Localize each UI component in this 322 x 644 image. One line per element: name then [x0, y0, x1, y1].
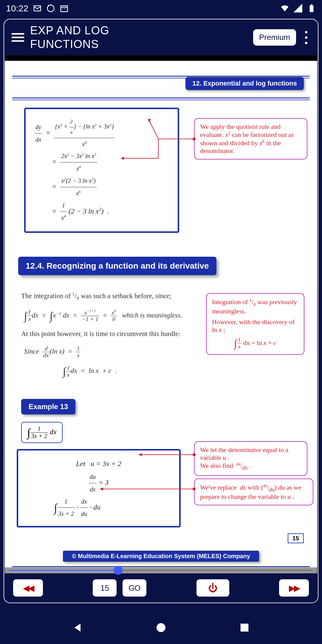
wifi-icon [280, 4, 289, 13]
derivation-box: dydx = {x3 × 2x} − {ln x2 × 3x2}x6 = 2x2… [24, 108, 179, 233]
svg-rect-9 [241, 624, 249, 632]
app-frame: EXP AND LOG FUNCTIONS Premium 12. Expone… [4, 19, 318, 603]
next-button[interactable]: ▶▶ [279, 579, 309, 597]
power-button[interactable]: ⏻ [196, 579, 229, 597]
page-number: 15 [288, 533, 304, 543]
calendar-icon [60, 4, 69, 13]
status-bar: 10:22 [0, 0, 322, 16]
svg-rect-3 [310, 5, 314, 12]
problem-box: ∫13x + 2 dx [21, 422, 63, 443]
app-header: EXP AND LOG FUNCTIONS Premium [4, 19, 318, 55]
app-title: EXP AND LOG FUNCTIONS [30, 24, 247, 51]
annotation-quotient-rule: We apply the quotient rule and evaluate.… [194, 118, 307, 160]
status-time: 10:22 [6, 3, 28, 13]
page-input[interactable]: 15 [93, 579, 117, 597]
recent-button[interactable] [239, 622, 250, 634]
more-button[interactable] [302, 31, 310, 44]
copyright: © Multimedia E-Learning Education System… [63, 551, 259, 562]
bottom-nav: ◀◀ 15 GO ⏻ ▶▶ [4, 573, 318, 603]
go-button[interactable]: GO [123, 579, 146, 597]
chapter-tag: 12. Exponential and log functions [185, 77, 304, 90]
annotation-substitution: We let the denominator equal to a variab… [194, 441, 307, 476]
svg-rect-4 [311, 4, 312, 5]
battery-icon [307, 4, 316, 13]
solution-box: Let u = 3x + 2 dudx = 3 ∫13x + 2 · dxdu … [17, 449, 181, 527]
svg-point-1 [47, 5, 54, 12]
sync-icon [46, 4, 55, 13]
integral-result: ∫1xdx = ln x + c . [63, 365, 298, 378]
annotation-integration: Integration of 1/x was previously meanin… [206, 293, 304, 355]
svg-point-8 [157, 623, 165, 632]
svg-rect-2 [61, 6, 68, 12]
menu-button[interactable] [12, 33, 24, 42]
premium-button[interactable]: Premium [253, 29, 296, 46]
home-button[interactable] [155, 622, 167, 634]
section-header: 12.4. Recognizing a function and its der… [18, 257, 216, 275]
annotation-replace-dx: We've replace dx with (dx/du) du as we p… [194, 479, 313, 505]
signal-icon [294, 4, 303, 13]
back-button[interactable] [72, 622, 83, 634]
content-area[interactable]: 12. Exponential and log functions dydx =… [5, 55, 317, 567]
system-nav [0, 611, 322, 644]
prev-button[interactable]: ◀◀ [13, 579, 43, 597]
page-slider[interactable] [5, 567, 317, 573]
mail-icon [33, 4, 42, 13]
example-label: Example 13 [21, 399, 75, 414]
